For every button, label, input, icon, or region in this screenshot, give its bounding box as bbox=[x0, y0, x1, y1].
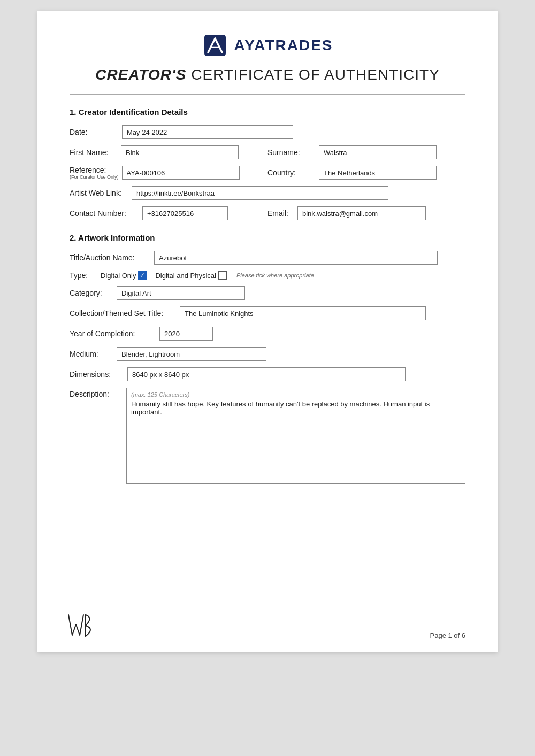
section1-title: 1. Creator Identification Details bbox=[70, 107, 465, 117]
year-row: Year of Completion: 2020 bbox=[70, 327, 465, 341]
category-label: Category: bbox=[70, 289, 112, 297]
year-label: Year of Completion: bbox=[70, 329, 155, 338]
logo-area: AYATRADES bbox=[202, 32, 333, 59]
section-creator-details: 1. Creator Identification Details Date: … bbox=[70, 107, 465, 220]
country-label: Country: bbox=[268, 168, 316, 177]
page-footer: Page 1 of 6 bbox=[430, 631, 466, 639]
name-row: First Name: Bink Surname: Walstra bbox=[70, 145, 465, 159]
tick-note: Please tick where appropriate bbox=[236, 272, 314, 279]
category-field[interactable]: Digital Art bbox=[117, 286, 245, 300]
type-label: Type: bbox=[70, 271, 96, 280]
logo-text: AYATRADES bbox=[234, 37, 333, 54]
signature-icon bbox=[64, 610, 102, 642]
dimensions-label: Dimensions: bbox=[70, 370, 123, 379]
dimensions-field[interactable]: 8640 px x 8640 px bbox=[127, 367, 406, 381]
first-name-label: First Name: bbox=[70, 148, 118, 157]
reference-label: Reference: bbox=[70, 166, 119, 174]
year-field[interactable]: 2020 bbox=[159, 327, 213, 341]
first-name-field[interactable]: Bink bbox=[121, 145, 239, 159]
digital-only-checkbox[interactable]: ✓ bbox=[138, 271, 147, 280]
certificate-page: AYATRADES CREATOR'S CERTIFICATE OF AUTHE… bbox=[37, 11, 498, 652]
description-field[interactable]: (max. 125 Characters) Humanity still has… bbox=[126, 388, 465, 484]
medium-row: Medium: Blender, Lightroom bbox=[70, 347, 465, 361]
section2-title: 2. Artwork Information bbox=[70, 233, 465, 242]
category-row: Category: Digital Art bbox=[70, 286, 465, 300]
surname-field[interactable]: Walstra bbox=[319, 145, 437, 159]
weblink-label: Artist Web Link: bbox=[70, 189, 128, 197]
section-artwork-info: 2. Artwork Information Title/Auction Nam… bbox=[70, 233, 465, 484]
surname-label: Surname: bbox=[268, 148, 316, 157]
digital-physical-option[interactable]: Digital and Physical bbox=[155, 271, 226, 280]
date-field[interactable]: May 24 2022 bbox=[122, 125, 293, 139]
contact-field[interactable]: +31627025516 bbox=[142, 206, 228, 220]
description-row: Description: (max. 125 Characters) Human… bbox=[70, 388, 465, 484]
weblink-row: Artist Web Link: https://linktr.ee/Bonks… bbox=[70, 186, 465, 200]
contact-label: Contact Number: bbox=[70, 209, 139, 218]
dimensions-row: Dimensions: 8640 px x 8640 px bbox=[70, 367, 465, 381]
email-field[interactable]: bink.walstra@gmail.com bbox=[297, 206, 426, 220]
title-name-label: Title/Auction Name: bbox=[70, 253, 150, 262]
page-title: CREATOR'S CERTIFICATE OF AUTHENTICITY bbox=[95, 66, 440, 83]
header: AYATRADES CREATOR'S CERTIFICATE OF AUTHE… bbox=[70, 32, 465, 89]
type-row: Type: Digital Only ✓ Digital and Physica… bbox=[70, 271, 465, 280]
digital-physical-checkbox[interactable] bbox=[218, 271, 227, 280]
description-label: Description: bbox=[70, 388, 123, 398]
contact-row: Contact Number: +31627025516 Email: bink… bbox=[70, 206, 465, 220]
email-label: Email: bbox=[268, 209, 294, 218]
weblink-field[interactable]: https://linktr.ee/Bonkstraa bbox=[132, 186, 388, 200]
collection-label: Collection/Themed Set Title: bbox=[70, 309, 177, 318]
collection-row: Collection/Themed Set Title: The Luminot… bbox=[70, 306, 465, 320]
digital-only-label: Digital Only bbox=[101, 272, 136, 280]
reference-sublabel: (For Curator Use Only) bbox=[70, 174, 119, 180]
date-row: Date: May 24 2022 bbox=[70, 125, 465, 139]
reference-row: Reference: (For Curator Use Only) AYA-00… bbox=[70, 166, 465, 180]
title-name-row: Title/Auction Name: Azurebot bbox=[70, 251, 465, 265]
title-name-field[interactable]: Azurebot bbox=[154, 251, 438, 265]
digital-physical-label: Digital and Physical bbox=[155, 272, 216, 280]
logo-icon bbox=[202, 32, 228, 59]
country-field[interactable]: The Netherlands bbox=[319, 166, 437, 180]
description-hint: (max. 125 Characters) bbox=[131, 391, 461, 398]
medium-label: Medium: bbox=[70, 350, 112, 358]
date-label: Date: bbox=[70, 128, 118, 136]
description-text: Humanity still has hope. Key features of… bbox=[131, 400, 461, 416]
reference-field[interactable]: AYA-000106 bbox=[122, 166, 240, 180]
digital-only-option[interactable]: Digital Only ✓ bbox=[101, 271, 147, 280]
medium-field[interactable]: Blender, Lightroom bbox=[117, 347, 266, 361]
header-divider bbox=[70, 94, 465, 95]
collection-field[interactable]: The Luminotic Knights bbox=[180, 306, 426, 320]
signature-area bbox=[64, 610, 102, 644]
